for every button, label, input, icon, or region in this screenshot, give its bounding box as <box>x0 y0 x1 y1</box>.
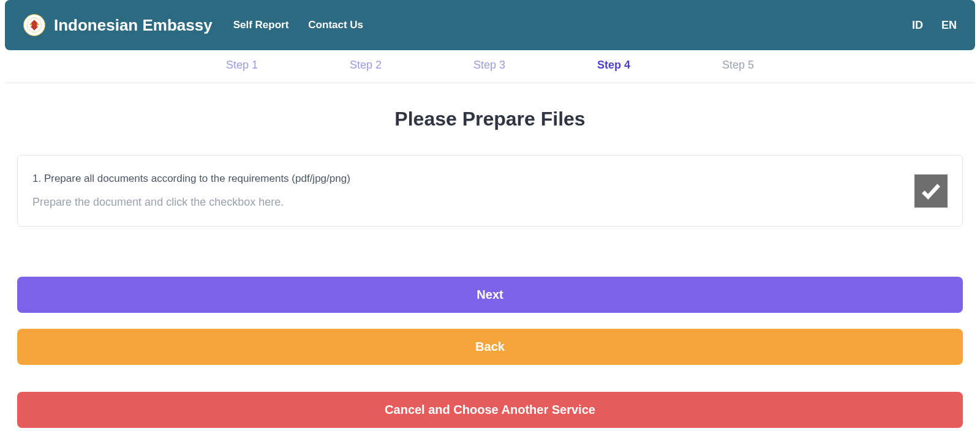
step-3[interactable]: Step 3 <box>473 59 505 72</box>
garuda-logo-icon <box>23 14 45 36</box>
nav-self-report[interactable]: Self Report <box>233 19 289 31</box>
lang-id[interactable]: ID <box>912 19 923 32</box>
step-1[interactable]: Step 1 <box>226 59 258 72</box>
back-button[interactable]: Back <box>17 329 963 365</box>
check-icon <box>919 179 943 203</box>
cancel-button[interactable]: Cancel and Choose Another Service <box>17 392 963 428</box>
instruction-subtext: Prepare the document and click the check… <box>32 196 914 209</box>
action-buttons: Next Back Cancel and Choose Another Serv… <box>17 277 963 428</box>
step-4[interactable]: Step 4 <box>597 59 630 72</box>
nav-links: Self Report Contact Us <box>233 19 363 31</box>
lang-en[interactable]: EN <box>941 19 957 32</box>
step-5[interactable]: Step 5 <box>722 59 754 72</box>
next-button[interactable]: Next <box>17 277 963 313</box>
step-2[interactable]: Step 2 <box>350 59 382 72</box>
navbar: Indonesian Embassy Self Report Contact U… <box>5 0 975 50</box>
prepare-files-card: 1. Prepare all documents according to th… <box>17 155 963 227</box>
brand[interactable]: Indonesian Embassy <box>23 14 213 36</box>
nav-contact-us[interactable]: Contact Us <box>308 19 363 31</box>
stepper: Step 1 Step 2 Step 3 Step 4 Step 5 <box>5 50 975 83</box>
navbar-right: ID EN <box>912 19 957 32</box>
card-text: 1. Prepare all documents according to th… <box>32 173 914 209</box>
navbar-left: Indonesian Embassy Self Report Contact U… <box>23 14 363 36</box>
instruction-text: 1. Prepare all documents according to th… <box>32 173 914 185</box>
brand-title: Indonesian Embassy <box>54 16 213 35</box>
page-title: Please Prepare Files <box>17 108 963 130</box>
confirm-checkbox[interactable] <box>914 174 948 208</box>
content: Please Prepare Files 1. Prepare all docu… <box>5 83 975 428</box>
